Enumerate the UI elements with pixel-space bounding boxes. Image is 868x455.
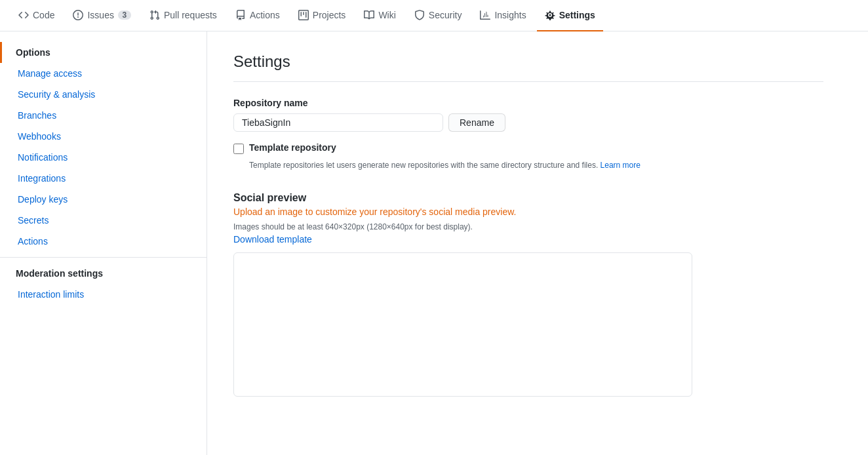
sidebar-security-analysis-label: Security & analysis: [18, 89, 95, 100]
sidebar-item-manage-access[interactable]: Manage access: [0, 63, 207, 84]
sidebar-item-deploy-keys[interactable]: Deploy keys: [0, 189, 207, 210]
code-icon: [18, 10, 29, 20]
nav-projects[interactable]: Projects: [290, 0, 354, 31]
download-template-link[interactable]: Download template: [233, 234, 312, 245]
sidebar-integrations-label: Integrations: [18, 173, 66, 184]
top-navigation: Code Issues 3 Pull requests Actions Proj…: [0, 0, 868, 31]
main-layout: Options Manage access Security & analysi…: [0, 31, 868, 455]
page-title: Settings: [233, 52, 823, 82]
sidebar-notifications-label: Notifications: [18, 152, 68, 163]
nav-security-label: Security: [429, 10, 462, 20]
sidebar-secrets-label: Secrets: [18, 215, 49, 226]
nav-pull-requests[interactable]: Pull requests: [142, 0, 225, 31]
repo-name-section: Repository name Rename Template reposito…: [233, 98, 823, 171]
repo-name-row: Rename: [233, 113, 823, 132]
template-repo-label[interactable]: Template repository: [249, 142, 336, 153]
sidebar-item-security-analysis[interactable]: Security & analysis: [0, 84, 207, 105]
nav-pr-label: Pull requests: [164, 10, 217, 20]
nav-insights[interactable]: Insights: [472, 0, 534, 31]
sidebar-actions-label: Actions: [18, 236, 48, 247]
template-repo-row: Template repository: [233, 142, 823, 154]
sidebar-deploy-keys-label: Deploy keys: [18, 194, 68, 205]
sidebar-manage-access-label: Manage access: [18, 68, 82, 79]
projects-icon: [298, 10, 309, 20]
nav-security[interactable]: Security: [406, 0, 470, 31]
rename-button[interactable]: Rename: [448, 113, 505, 132]
repo-name-input[interactable]: [233, 113, 443, 132]
sidebar-item-notifications[interactable]: Notifications: [0, 147, 207, 168]
actions-icon: [235, 10, 246, 20]
sidebar-item-actions[interactable]: Actions: [0, 231, 207, 252]
template-repo-description: Template repositories let users generate…: [249, 159, 823, 171]
template-repo-checkbox[interactable]: [233, 144, 244, 154]
wiki-icon: [364, 10, 374, 20]
social-preview-title: Social preview: [233, 192, 823, 204]
sidebar-item-options[interactable]: Options: [0, 42, 207, 63]
sidebar-item-webhooks[interactable]: Webhooks: [0, 126, 207, 147]
social-preview-upload-text: Upload an image to customize your reposi…: [233, 207, 823, 217]
nav-code[interactable]: Code: [10, 0, 62, 31]
social-preview-box: [233, 252, 692, 397]
repo-name-label: Repository name: [233, 98, 823, 108]
sidebar-item-branches[interactable]: Branches: [0, 105, 207, 126]
template-repo-learn-more[interactable]: Learn more: [601, 161, 641, 170]
nav-insights-label: Insights: [494, 10, 526, 20]
moderation-section-header: Moderation settings: [0, 263, 207, 284]
nav-issues-label: Issues: [87, 10, 113, 20]
nav-code-label: Code: [33, 10, 54, 20]
social-preview-hint: Images should be at least 640×320px (128…: [233, 222, 823, 231]
nav-wiki[interactable]: Wiki: [356, 0, 403, 31]
pr-icon: [149, 10, 160, 20]
nav-wiki-label: Wiki: [378, 10, 395, 20]
sidebar-options-label: Options: [16, 47, 50, 58]
sidebar-main-section: Options Manage access Security & analysi…: [0, 42, 207, 252]
settings-content: Settings Repository name Rename Template…: [207, 31, 850, 455]
sidebar-interaction-limits-label: Interaction limits: [18, 289, 84, 300]
sidebar: Options Manage access Security & analysi…: [0, 31, 207, 455]
sidebar-branches-label: Branches: [18, 110, 56, 121]
social-preview-section: Social preview Upload an image to custom…: [233, 192, 823, 397]
sidebar-divider: [0, 257, 207, 258]
issues-badge: 3: [118, 10, 131, 20]
issue-icon: [73, 10, 83, 20]
settings-icon: [545, 10, 555, 20]
nav-settings[interactable]: Settings: [537, 0, 603, 31]
sidebar-item-integrations[interactable]: Integrations: [0, 168, 207, 189]
sidebar-webhooks-label: Webhooks: [18, 131, 61, 142]
sidebar-item-interaction-limits[interactable]: Interaction limits: [0, 284, 207, 305]
security-icon: [414, 10, 425, 20]
template-repo-desc-text: Template repositories let users generate…: [249, 161, 598, 170]
nav-settings-label: Settings: [559, 10, 595, 20]
nav-issues[interactable]: Issues 3: [65, 0, 138, 31]
nav-actions-label: Actions: [250, 10, 280, 20]
nav-projects-label: Projects: [313, 10, 346, 20]
sidebar-item-secrets[interactable]: Secrets: [0, 210, 207, 231]
insights-icon: [480, 10, 490, 20]
sidebar-moderation-section: Moderation settings Interaction limits: [0, 263, 207, 305]
nav-actions[interactable]: Actions: [227, 0, 288, 31]
